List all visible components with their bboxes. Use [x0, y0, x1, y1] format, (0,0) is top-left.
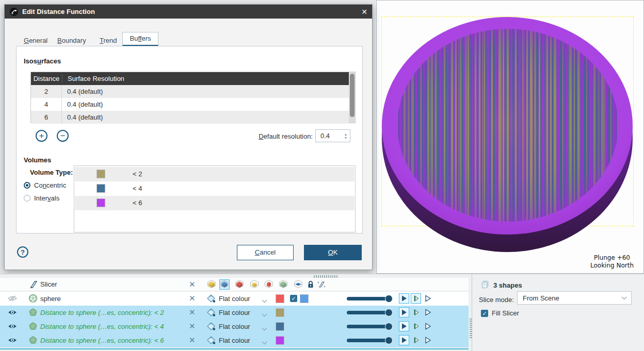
radio-selected-icon[interactable] [24, 182, 30, 189]
slicer-tool-icon[interactable] [316, 279, 327, 290]
volume-color-swatch[interactable] [96, 170, 105, 178]
radio-unselected-icon[interactable] [24, 195, 30, 202]
default-resolution-label: Default resolution: [239, 132, 313, 140]
volume-row[interactable]: < 6 [75, 196, 355, 210]
play-half-icon[interactable] [411, 307, 421, 317]
table-scrollbar[interactable] [349, 72, 355, 123]
help-button[interactable]: ? [17, 246, 28, 258]
plunge-label: Plunge +60 [584, 254, 640, 262]
remove-shape-icon[interactable]: ✕ [189, 336, 196, 345]
play-outline-icon[interactable] [423, 321, 433, 331]
slice-mode-active-icon[interactable] [219, 279, 230, 290]
flat-colour-icon [206, 294, 216, 305]
table-row[interactable]: 2 0.4 (default) [31, 85, 349, 98]
play-outline-icon[interactable] [423, 335, 433, 345]
slider-handle[interactable] [385, 295, 393, 303]
play-half-icon[interactable] [411, 293, 421, 304]
table-row[interactable]: 6 0.4 (default) [31, 111, 349, 124]
shape-color-swatch[interactable] [276, 308, 284, 317]
radio-intervals[interactable]: Intervals [24, 194, 59, 202]
opacity-slider[interactable] [347, 338, 391, 343]
play-half-icon[interactable] [411, 321, 421, 331]
view-orientation-label: Plunge +60 Looking North [584, 254, 640, 270]
play-filled-icon[interactable] [399, 335, 409, 345]
slice-mode-dropdown[interactable]: From Scene [517, 291, 632, 305]
cancel-button[interactable]: Cancel [237, 245, 294, 260]
slicer-header-row[interactable]: Slicer ✕ [0, 278, 469, 291]
shape-color-swatch[interactable] [276, 294, 284, 303]
remove-isosurface-button[interactable]: − [57, 130, 69, 142]
play-outline-icon[interactable] [423, 293, 433, 304]
close-icon[interactable]: ✕ [357, 8, 372, 16]
slice-interior-icon[interactable] [278, 279, 288, 290]
visibility-on-icon[interactable] [7, 323, 18, 331]
scene-row-distance-lt6[interactable]: Distance to sphere (…es, concentric): < … [0, 333, 469, 347]
tab-general[interactable]: General [24, 37, 47, 46]
shape-color-swatch[interactable] [276, 322, 284, 331]
tab-boundary[interactable]: Boundary [57, 37, 86, 46]
default-resolution-spinner[interactable]: 0.4 ▲▼ [315, 129, 350, 142]
shape-color-swatch[interactable] [276, 336, 284, 345]
remove-shape-icon[interactable]: ✕ [189, 308, 196, 317]
add-isosurface-button[interactable]: + [36, 130, 47, 142]
play-filled-icon[interactable] [399, 321, 409, 331]
chevron-down-icon[interactable] [262, 325, 267, 332]
slice-mode-remove-back-icon[interactable] [249, 279, 260, 290]
remove-shape-icon[interactable]: ✕ [189, 294, 196, 303]
shape-name: Distance to sphere (…es, concentric): < … [40, 337, 164, 344]
chevron-down-icon[interactable] [262, 311, 267, 319]
slider-handle[interactable] [385, 323, 393, 330]
play-filled-icon[interactable] [399, 307, 409, 317]
shape-name: sphere [40, 295, 61, 303]
renderer-select-label[interactable]: Flat colour [219, 337, 250, 344]
slice-thickness-icon[interactable] [264, 279, 274, 290]
volumes-list[interactable]: < 2 < 4 < 6 [74, 165, 356, 232]
slider-handle[interactable] [385, 309, 393, 316]
visibility-on-icon[interactable] [7, 309, 18, 317]
play-half-icon[interactable] [411, 335, 421, 345]
opacity-slider[interactable] [347, 296, 391, 301]
radio-concentric[interactable]: Concentric [24, 181, 66, 189]
fill-slicer-option[interactable]: ✓ Fill Slicer [481, 309, 519, 317]
tab-trend[interactable]: Trend [100, 37, 117, 46]
renderer-select-label[interactable]: Flat colour [219, 323, 250, 330]
two-colour-checkbox[interactable]: ✓ [290, 295, 297, 302]
slice-mode-remove-front-icon[interactable] [234, 279, 245, 290]
scene-row-sphere[interactable]: sphere ✕ Flat colour ✓ [0, 292, 469, 306]
table-row[interactable]: 4 0.4 (default) [31, 98, 349, 111]
volume-color-swatch[interactable] [96, 184, 105, 193]
remove-shape-icon[interactable]: ✕ [189, 322, 196, 331]
looking-label: Looking North [584, 262, 640, 270]
lock-slicer-icon[interactable] [305, 279, 316, 290]
play-outline-icon[interactable] [423, 307, 433, 317]
visibility-on-icon[interactable] [7, 337, 18, 345]
slice-plane-icon[interactable] [293, 279, 303, 290]
panel-divider-grip[interactable] [470, 319, 472, 338]
volume-row[interactable]: < 4 [75, 181, 355, 196]
slider-handle[interactable] [385, 337, 393, 344]
opacity-slider[interactable] [347, 324, 391, 329]
tab-buffers[interactable]: Buffers [122, 32, 158, 46]
visibility-off-icon[interactable] [7, 295, 18, 304]
scene-viewport[interactable]: Plunge +60 Looking North [376, 0, 644, 274]
volume-color-swatch[interactable] [96, 198, 105, 207]
renderer-select-label[interactable]: Flat colour [219, 295, 250, 303]
chevron-down-icon[interactable] [262, 297, 267, 305]
renderer-select-label[interactable]: Flat colour [219, 309, 250, 316]
play-filled-icon[interactable] [399, 293, 409, 304]
scrollbar-thumb[interactable] [350, 74, 355, 117]
remove-slicer-icon[interactable]: ✕ [189, 280, 196, 289]
default-resolution-value[interactable]: 0.4 [316, 132, 342, 140]
isosurfaces-table[interactable]: Distance Surface Resolution 2 0.4 (defau… [30, 72, 356, 123]
shape-color-swatch-2[interactable] [300, 294, 309, 303]
scene-row-distance-lt4[interactable]: Distance to sphere (…es, concentric): < … [0, 320, 469, 333]
volume-row[interactable]: < 2 [75, 167, 355, 181]
dialog-titlebar[interactable]: Edit Distance Function ✕ [5, 5, 372, 19]
ok-button[interactable]: OK [304, 245, 362, 260]
slice-mode-none-icon[interactable] [206, 279, 217, 290]
fill-slicer-checkbox[interactable]: ✓ [481, 310, 488, 317]
spinner-arrows-icon[interactable]: ▲▼ [342, 132, 350, 140]
chevron-down-icon[interactable] [262, 339, 267, 346]
opacity-slider[interactable] [347, 310, 391, 315]
scene-row-distance-lt2[interactable]: Distance to sphere (…es, concentric): < … [0, 306, 469, 320]
